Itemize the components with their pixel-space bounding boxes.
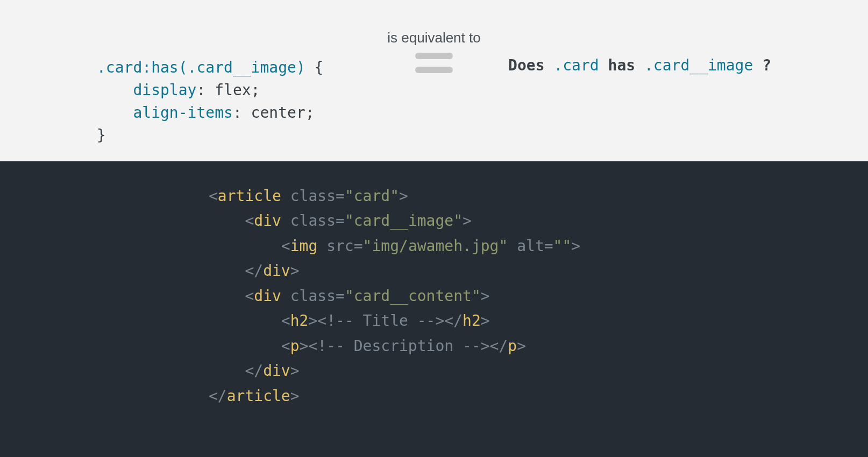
- tag-h2: h2: [290, 312, 309, 330]
- top-content-row: .card:has(.card__image) { display: flex;…: [97, 56, 771, 147]
- css-selector-class: .card: [97, 59, 142, 76]
- comment-desc: <!-- Description -->: [308, 337, 489, 355]
- attr-alt: alt: [517, 237, 544, 255]
- val-card: "card": [345, 187, 399, 205]
- question-text: Does .card has .card__image ?: [508, 56, 771, 74]
- css-prop-display: display: [133, 81, 196, 99]
- css-pseudo-arg: .card__image: [188, 59, 296, 76]
- css-pseudo-open: :has(: [142, 59, 187, 76]
- val-card-content: "card__content": [345, 287, 481, 305]
- tag-div: div: [254, 212, 281, 230]
- equivalent-label: is equivalent to: [0, 30, 868, 46]
- css-code-block: .card:has(.card__image) { display: flex;…: [97, 56, 323, 147]
- question-qmark: ?: [753, 56, 771, 74]
- attr-src: src: [326, 237, 354, 255]
- css-pseudo-close: ): [296, 59, 305, 76]
- bottom-panel: <article class="card"> <div class="card_…: [0, 161, 868, 457]
- top-panel: is equivalent to .card:has(.card__image)…: [0, 0, 868, 161]
- html-code-block: <article class="card"> <div class="card_…: [209, 184, 868, 409]
- val-card-image: "card__image": [345, 212, 463, 230]
- css-val-display: flex: [215, 81, 251, 99]
- question-has: has: [599, 56, 644, 74]
- attr-class: class: [290, 187, 336, 205]
- val-alt: "": [553, 237, 572, 255]
- comment-title: <!-- Title -->: [317, 312, 444, 330]
- tag-p: p: [290, 337, 300, 355]
- css-prop-align: align-items: [133, 104, 232, 122]
- tag-img: img: [290, 237, 318, 255]
- val-src: "img/awameh.jpg": [363, 237, 508, 255]
- question-card: .card: [553, 56, 599, 74]
- css-val-align: center: [251, 104, 305, 122]
- question-does: Does: [508, 56, 553, 74]
- question-image: .card__image: [644, 56, 753, 74]
- tag-article: article: [218, 187, 281, 205]
